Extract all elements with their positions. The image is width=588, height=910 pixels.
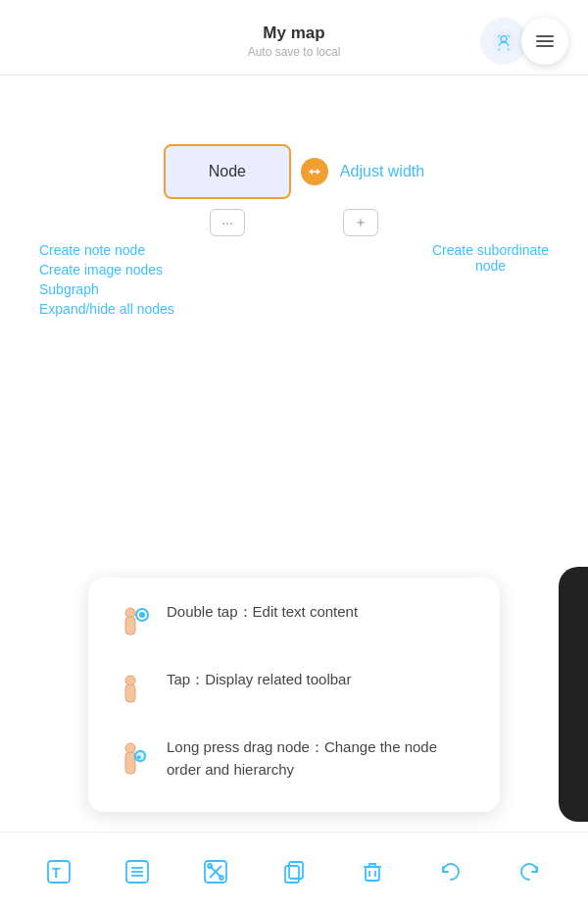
svg-text:T: T <box>52 865 61 881</box>
right-labels: Create subordinatenode <box>432 242 549 317</box>
tooltip-row-2: Tap：Display related toolbar <box>116 669 472 715</box>
header: My map Auto save to local <box>0 0 588 76</box>
adjust-width-label: Adjust width <box>340 163 424 180</box>
header-icons <box>486 18 568 65</box>
svg-rect-30 <box>366 867 379 881</box>
create-subordinate-label: Create subordinatenode <box>432 242 549 274</box>
header-center: My map Auto save to local <box>248 24 341 59</box>
node-actions-row: ··· ＋ <box>210 209 378 236</box>
adjust-width-row: Adjust width <box>307 158 424 185</box>
menu-button[interactable] <box>521 18 568 65</box>
svg-rect-28 <box>285 866 299 883</box>
tap-text: Tap：Display related toolbar <box>167 669 351 691</box>
tap-icon <box>116 671 151 715</box>
autosave-status: Auto save to local <box>248 45 341 59</box>
canvas-area: Node Adjust width ··· ＋ Create note node… <box>0 76 588 556</box>
add-node-button[interactable]: ＋ <box>343 209 378 236</box>
copy-button[interactable] <box>272 850 316 893</box>
svg-point-26 <box>208 864 212 868</box>
long-press-text: Long press drag node：Change the node ord… <box>167 736 472 781</box>
svg-rect-7 <box>125 617 135 634</box>
page-title: My map <box>248 24 341 43</box>
create-image-label[interactable]: Create image nodes <box>39 262 163 278</box>
subgraph-label[interactable]: Subgraph <box>39 281 99 297</box>
width-handle[interactable] <box>301 158 328 185</box>
left-labels: Create note node Create image nodes Subg… <box>39 242 174 317</box>
text-format-button[interactable]: T <box>37 850 80 893</box>
svg-point-9 <box>139 612 145 618</box>
create-note-label[interactable]: Create note node <box>39 242 145 258</box>
tooltip-card: Double tap：Edit text content Tap：Display… <box>88 578 500 812</box>
action-labels: Create note node Create image nodes Subg… <box>0 242 588 317</box>
node-box[interactable]: Node <box>164 144 291 199</box>
cut-button[interactable] <box>194 850 237 893</box>
delete-button[interactable] <box>351 850 394 893</box>
redo-button[interactable] <box>508 850 551 893</box>
dots-icon: ··· <box>221 215 233 230</box>
tooltip-row-3: ● Long press drag node：Change the node o… <box>116 736 472 788</box>
long-press-icon: ● <box>116 738 151 788</box>
expand-hide-label[interactable]: Expand/hide all nodes <box>39 301 174 317</box>
plus-icon: ＋ <box>354 214 368 231</box>
double-tap-icon <box>116 603 151 647</box>
double-tap-text: Double tap：Edit text content <box>167 601 358 624</box>
svg-rect-29 <box>289 862 303 879</box>
bottom-toolbar: T <box>0 832 588 910</box>
list-button[interactable] <box>116 850 159 893</box>
svg-rect-11 <box>125 684 135 702</box>
more-options-button[interactable]: ··· <box>210 209 245 236</box>
node-label: Node <box>209 163 246 180</box>
svg-text:●: ● <box>136 752 141 762</box>
back-button[interactable] <box>20 25 35 58</box>
tooltip-row-1: Double tap：Edit text content <box>116 601 472 647</box>
undo-button[interactable] <box>429 850 472 893</box>
avatar-button[interactable] <box>480 18 527 65</box>
right-decoration <box>559 567 588 822</box>
node-row: Node Adjust width <box>164 144 424 199</box>
